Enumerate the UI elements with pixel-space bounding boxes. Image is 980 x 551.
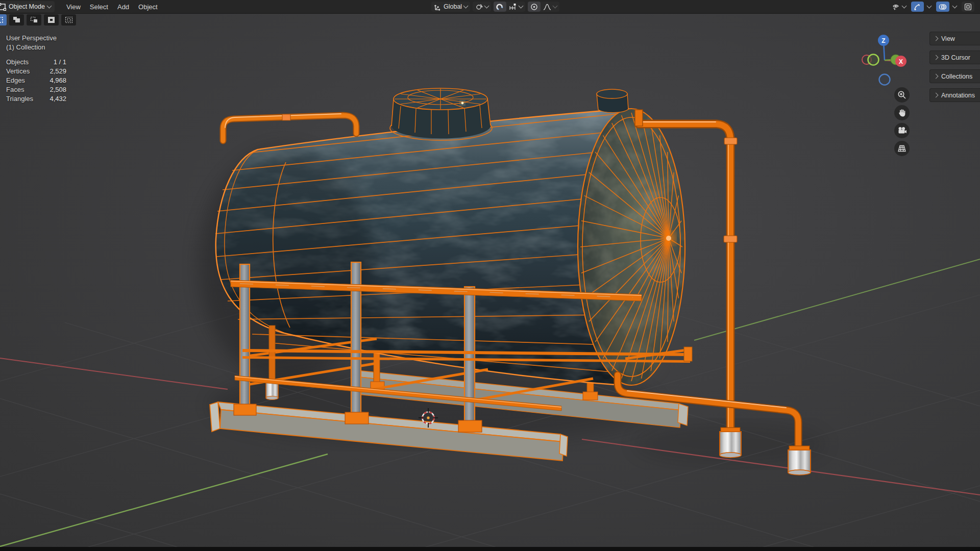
active-collection-label: (1) Collection bbox=[6, 43, 45, 52]
viewport-stats-overlay: User Perspective (1) Collection Objects1… bbox=[6, 34, 66, 104]
gizmo-axis-y-negative[interactable] bbox=[868, 55, 879, 65]
chevron-down-icon bbox=[553, 4, 558, 9]
falloff-curve-icon bbox=[543, 3, 551, 11]
xray-toggle[interactable] bbox=[962, 2, 974, 12]
menu-object[interactable]: Object bbox=[134, 0, 162, 13]
orientation-axes-icon bbox=[434, 3, 442, 11]
sidebar-panel-label: Collections bbox=[941, 73, 972, 80]
magnet-icon bbox=[496, 3, 504, 11]
chevron-down-icon bbox=[519, 4, 524, 9]
snap-toggle[interactable] bbox=[494, 2, 506, 12]
stat-edges: Edges4,968 bbox=[6, 76, 66, 85]
orientation-label: Global bbox=[444, 3, 462, 10]
chevron-down-icon bbox=[484, 4, 489, 9]
xray-icon bbox=[964, 3, 972, 11]
zoom-icon bbox=[897, 90, 906, 99]
sidebar-panel-annotations[interactable]: Annotations bbox=[929, 88, 980, 102]
view-perspective-label: User Perspective bbox=[6, 34, 57, 43]
viewport-3d[interactable] bbox=[0, 0, 980, 551]
stat-vertices: Vertices2,529 bbox=[6, 67, 66, 76]
editor-divider bbox=[0, 547, 980, 551]
orthographic-grid-icon bbox=[897, 144, 906, 153]
viewport-sidebar: View 3D Cursor Collections Annotations bbox=[929, 32, 980, 107]
show-overlays-toggle[interactable] bbox=[936, 2, 949, 12]
sidebar-panel-label: Annotations bbox=[941, 92, 975, 99]
chevron-right-icon bbox=[934, 93, 939, 98]
viewport-nav-tools bbox=[894, 87, 910, 156]
sidebar-panel-3d-cursor[interactable]: 3D Cursor bbox=[929, 51, 980, 64]
stat-faces: Faces2,508 bbox=[6, 85, 66, 94]
chevron-down-icon bbox=[927, 4, 932, 9]
viewport-header: Object Mode View Select Add Object Globa… bbox=[0, 0, 980, 14]
object-mode-icon bbox=[0, 3, 6, 11]
zoom-button[interactable] bbox=[894, 87, 910, 103]
perspective-toggle-button[interactable] bbox=[894, 141, 910, 156]
sidebar-panel-collections[interactable]: Collections bbox=[929, 69, 980, 83]
object-visibility-dropdown[interactable] bbox=[889, 2, 909, 12]
proportional-editing-toggle[interactable] bbox=[528, 2, 541, 12]
visibility-eye-cursor-icon bbox=[892, 3, 900, 11]
chevron-right-icon bbox=[934, 36, 939, 41]
select-tool-modes bbox=[0, 14, 76, 26]
chevron-right-icon bbox=[934, 55, 939, 60]
chevron-down-icon bbox=[463, 4, 469, 9]
orientation-dropdown[interactable]: Global bbox=[431, 2, 470, 12]
pivot-point-dropdown[interactable] bbox=[473, 2, 491, 12]
gizmo-dropdown[interactable] bbox=[925, 2, 934, 12]
gizmo-axis-z-negative[interactable] bbox=[879, 74, 890, 85]
pan-button[interactable] bbox=[894, 105, 910, 120]
camera-view-button[interactable] bbox=[894, 123, 910, 138]
falloff-dropdown[interactable] bbox=[541, 2, 559, 12]
navigation-gizmo[interactable]: X Z bbox=[857, 27, 919, 90]
menu-select[interactable]: Select bbox=[85, 0, 113, 13]
select-mode-subtract[interactable] bbox=[27, 14, 41, 26]
gizmo-x-label: X bbox=[899, 58, 903, 65]
snapping-group bbox=[494, 2, 525, 12]
overlays-dropdown[interactable] bbox=[950, 2, 959, 12]
proportional-group bbox=[528, 2, 559, 12]
camera-view-icon bbox=[897, 126, 907, 135]
select-mode-invert[interactable] bbox=[44, 14, 59, 26]
overlays-icon bbox=[939, 3, 947, 11]
chevron-down-icon bbox=[952, 4, 958, 9]
snap-with-dropdown[interactable] bbox=[506, 2, 525, 12]
stat-objects: Objects1 / 1 bbox=[6, 58, 66, 67]
sidebar-panel-label: View bbox=[941, 35, 955, 42]
chevron-down-icon bbox=[902, 4, 907, 9]
menu-add[interactable]: Add bbox=[113, 0, 134, 13]
gizmo-z-label: Z bbox=[881, 37, 885, 44]
select-mode-intersect[interactable] bbox=[61, 14, 76, 26]
pan-hand-icon bbox=[897, 108, 906, 117]
proportional-editing-icon bbox=[530, 3, 538, 11]
sidebar-panel-view[interactable]: View bbox=[929, 32, 980, 45]
sidebar-panel-label: 3D Cursor bbox=[941, 54, 970, 61]
chevron-right-icon bbox=[934, 74, 939, 79]
tank-pipe-stub bbox=[597, 89, 628, 113]
pivot-point-icon bbox=[475, 3, 483, 11]
stat-triangles: Triangles4,432 bbox=[6, 94, 66, 104]
mode-dropdown[interactable]: Object Mode bbox=[0, 1, 55, 12]
snap-increment-icon bbox=[509, 3, 517, 11]
chevron-down-icon bbox=[46, 4, 52, 9]
tank-hatch bbox=[390, 88, 492, 140]
mode-label: Object Mode bbox=[9, 3, 45, 10]
show-gizmo-toggle[interactable] bbox=[911, 2, 924, 12]
select-mode-extend[interactable] bbox=[9, 14, 24, 26]
gizmo-icon bbox=[914, 3, 921, 11]
select-mode-new[interactable] bbox=[0, 14, 7, 26]
menu-view[interactable]: View bbox=[62, 0, 85, 13]
